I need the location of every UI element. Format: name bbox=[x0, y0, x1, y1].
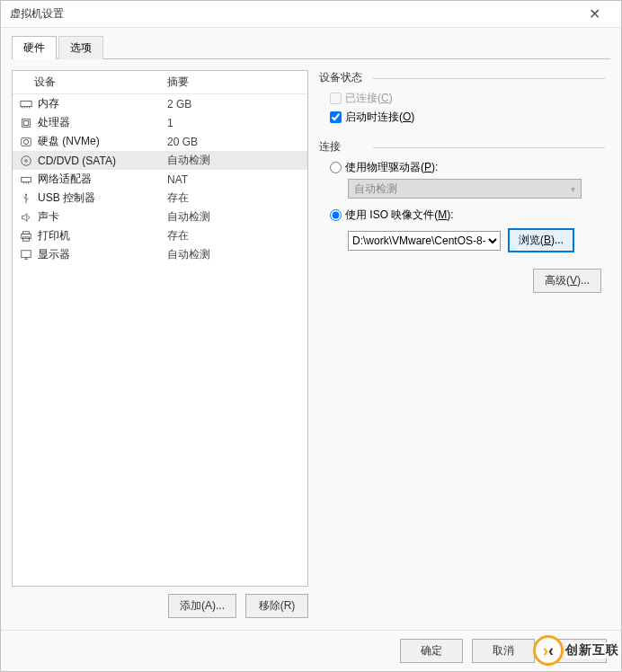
hardware-name: 声卡 bbox=[38, 209, 167, 225]
hardware-row[interactable]: CD/DVD (SATA)自动检测 bbox=[13, 151, 307, 170]
hardware-row[interactable]: 声卡自动检测 bbox=[13, 208, 307, 226]
use-physical-radio[interactable] bbox=[330, 162, 342, 173]
hardware-summary: 1 bbox=[167, 117, 302, 129]
hardware-list-buttons: 添加(A)... 移除(R) bbox=[12, 594, 308, 618]
hardware-summary: 自动检测 bbox=[167, 153, 302, 168]
disk-icon bbox=[18, 135, 34, 149]
hardware-row[interactable]: 处理器1 bbox=[13, 113, 307, 132]
tab-hardware[interactable]: 硬件 bbox=[12, 36, 57, 59]
hardware-name: 显示器 bbox=[38, 247, 167, 262]
browse-button[interactable]: 浏览(B)... bbox=[508, 228, 574, 252]
connected-checkbox-row: 已连接(C) bbox=[330, 91, 605, 106]
hardware-row[interactable]: 打印机存在 bbox=[13, 226, 307, 245]
svg-rect-11 bbox=[22, 177, 31, 181]
physical-drive-combo: 自动检测 bbox=[348, 179, 582, 199]
use-iso-label: 使用 ISO 映像文件(M): bbox=[345, 208, 454, 223]
hardware-summary: 20 GB bbox=[167, 136, 302, 148]
titlebar: 虚拟机设置 ✕ bbox=[1, 1, 621, 28]
connection-group: 连接 使用物理驱动器(P): 自动检测 使用 ISO 映像文件(M): bbox=[319, 139, 605, 252]
col-summary: 摘要 bbox=[167, 75, 302, 90]
close-button[interactable]: ✕ bbox=[576, 1, 612, 28]
connect-poweron-label: 启动时连接(O) bbox=[345, 110, 414, 125]
remove-button[interactable]: 移除(R) bbox=[245, 594, 308, 618]
hardware-row[interactable]: 网络适配器NAT bbox=[13, 170, 307, 189]
hardware-summary: 存在 bbox=[167, 228, 302, 243]
hardware-list[interactable]: 设备 摘要 内存2 GB处理器1硬盘 (NVMe)20 GBCD/DVD (SA… bbox=[12, 70, 308, 587]
tabs: 硬件 选项 bbox=[1, 28, 621, 59]
network-icon bbox=[18, 172, 34, 187]
connection-legend: 连接 bbox=[319, 139, 605, 155]
tab-options[interactable]: 选项 bbox=[58, 36, 103, 59]
hardware-panel: 设备 摘要 内存2 GB处理器1硬盘 (NVMe)20 GBCD/DVD (SA… bbox=[12, 70, 308, 618]
dialog-footer: 确定 取消 帮助 bbox=[1, 630, 621, 671]
hardware-summary: 自动检测 bbox=[167, 247, 302, 262]
hardware-name: 硬盘 (NVMe) bbox=[38, 134, 167, 149]
connected-checkbox bbox=[330, 93, 342, 104]
hardware-row[interactable]: 显示器自动检测 bbox=[13, 245, 307, 264]
add-button[interactable]: 添加(A)... bbox=[168, 594, 236, 618]
hardware-name: USB 控制器 bbox=[38, 190, 167, 206]
svg-rect-6 bbox=[23, 120, 28, 125]
hardware-summary: NAT bbox=[167, 173, 302, 186]
window-title: 虚拟机设置 bbox=[10, 6, 576, 22]
sound-icon bbox=[18, 210, 34, 225]
hardware-name: CD/DVD (SATA) bbox=[38, 155, 167, 167]
usb-icon bbox=[18, 191, 34, 206]
hardware-name: 打印机 bbox=[38, 228, 167, 243]
hardware-summary: 自动检测 bbox=[167, 209, 302, 225]
ok-button[interactable]: 确定 bbox=[400, 639, 463, 663]
hardware-list-header: 设备 摘要 bbox=[13, 71, 307, 94]
hardware-summary: 2 GB bbox=[167, 98, 302, 111]
printer-icon bbox=[18, 229, 34, 243]
iso-row: D:\work\VMware\CentOS-8-x8 浏览(B)... bbox=[348, 228, 605, 252]
svg-point-8 bbox=[23, 139, 28, 144]
content-area: 设备 摘要 内存2 GB处理器1硬盘 (NVMe)20 GBCD/DVD (SA… bbox=[1, 59, 621, 629]
hardware-row[interactable]: 硬盘 (NVMe)20 GB bbox=[13, 132, 307, 151]
use-iso-radio[interactable] bbox=[330, 209, 342, 221]
cpu-icon bbox=[18, 116, 34, 130]
use-physical-label: 使用物理驱动器(P): bbox=[345, 160, 438, 175]
svg-point-10 bbox=[25, 159, 28, 162]
cd-icon bbox=[18, 154, 34, 168]
hardware-row[interactable]: USB 控制器存在 bbox=[13, 189, 307, 208]
iso-path-input[interactable]: D:\work\VMware\CentOS-8-x8 bbox=[348, 231, 501, 251]
cancel-button[interactable]: 取消 bbox=[472, 639, 535, 663]
hardware-name: 内存 bbox=[38, 96, 167, 111]
hardware-name: 网络适配器 bbox=[38, 172, 167, 187]
connect-poweron-checkbox[interactable] bbox=[330, 111, 342, 123]
hardware-summary: 存在 bbox=[167, 190, 302, 206]
col-device: 设备 bbox=[18, 75, 167, 90]
use-physical-radio-row[interactable]: 使用物理驱动器(P): bbox=[330, 160, 605, 175]
device-status-legend: 设备状态 bbox=[319, 70, 605, 85]
svg-point-9 bbox=[22, 155, 31, 165]
advanced-button[interactable]: 高级(V)... bbox=[533, 269, 601, 293]
help-button[interactable]: 帮助 bbox=[544, 639, 607, 663]
vm-settings-dialog: 虚拟机设置 ✕ 硬件 选项 设备 摘要 内存2 GB处理器1硬盘 (NVMe)2… bbox=[0, 0, 622, 672]
svg-point-16 bbox=[25, 193, 27, 195]
memory-icon bbox=[18, 97, 34, 111]
device-details-panel: 设备状态 已连接(C) 启动时连接(O) 连接 bbox=[319, 70, 610, 618]
connected-label: 已连接(C) bbox=[345, 91, 393, 106]
display-icon bbox=[18, 248, 34, 262]
svg-rect-20 bbox=[22, 250, 31, 257]
hardware-name: 处理器 bbox=[38, 115, 167, 130]
svg-rect-0 bbox=[21, 101, 31, 106]
hardware-row[interactable]: 内存2 GB bbox=[13, 94, 307, 113]
use-iso-radio-row[interactable]: 使用 ISO 映像文件(M): bbox=[330, 208, 605, 223]
connect-poweron-checkbox-row[interactable]: 启动时连接(O) bbox=[330, 110, 605, 125]
device-status-group: 设备状态 已连接(C) 启动时连接(O) bbox=[319, 70, 605, 125]
advanced-row: 高级(V)... bbox=[319, 269, 605, 293]
